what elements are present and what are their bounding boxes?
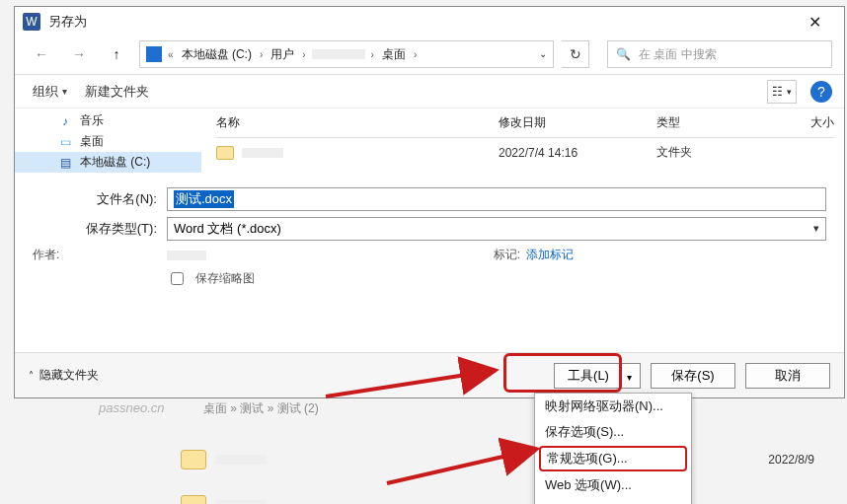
bc-disk[interactable]: 本地磁盘 (C:) (180, 46, 254, 63)
bg-list-item[interactable]: 2022/8/9 (181, 448, 832, 471)
author-redacted (167, 251, 206, 260)
search-input[interactable]: 🔍 在 桌面 中搜索 (607, 40, 832, 68)
dialog-footer: ˄ 隐藏文件夹 工具(L)▾ 保存(S) 取消 (15, 352, 844, 397)
chevron-right-icon: › (367, 49, 378, 60)
menu-map-drive[interactable]: 映射网络驱动器(N)... (535, 394, 691, 419)
tag-label: 标记: (494, 247, 520, 263)
row-date: 2022/7/4 14:16 (499, 146, 656, 160)
author-label: 作者: (33, 247, 157, 263)
organize-button[interactable]: 组织▾ (27, 78, 73, 106)
folder-icon (216, 146, 234, 160)
close-icon[interactable]: ✕ (793, 7, 836, 36)
chevron-right-icon: › (298, 49, 309, 60)
tree-local-disk[interactable]: ▤ 本地磁盘 (C:) (15, 152, 201, 173)
breadcrumb[interactable]: « 本地磁盘 (C:) › 用户 › › 桌面 › ⌄ (139, 40, 554, 68)
drive-icon (146, 46, 162, 62)
titlebar: W 另存为 ✕ (15, 7, 844, 36)
chevron-down-icon: ▾ (627, 372, 632, 383)
bg-folder-name-redacted (216, 455, 266, 465)
chevron-up-icon: ˄ (29, 370, 34, 381)
column-headers[interactable]: 名称 修改日期 类型 大小 (216, 108, 834, 138)
word-icon: W (23, 13, 40, 31)
filename-label: 文件名(N): (33, 190, 157, 208)
folder-name-redacted (242, 148, 283, 158)
back-icon[interactable]: ← (27, 40, 56, 68)
disk-icon: ▤ (58, 156, 72, 170)
save-as-dialog: W 另存为 ✕ ← → ↑ « 本地磁盘 (C:) › 用户 › › 桌面 › … (14, 6, 845, 398)
bg-list-item[interactable] (181, 493, 832, 504)
up-icon[interactable]: ↑ (102, 40, 131, 68)
save-thumb-checkbox[interactable]: 保存缩略图 (167, 269, 255, 288)
col-type[interactable]: 类型 (656, 114, 785, 131)
search-icon: 🔍 (616, 47, 631, 61)
bc-user[interactable]: 用户 (269, 46, 296, 63)
col-name[interactable]: 名称 (216, 114, 499, 131)
bg-folder-name-redacted (216, 500, 266, 504)
hide-folders-toggle[interactable]: ˄ 隐藏文件夹 (29, 367, 99, 384)
chevron-right-icon: › (256, 49, 267, 60)
savetype-label: 保存类型(T): (33, 220, 157, 238)
new-folder-button[interactable]: 新建文件夹 (79, 78, 155, 106)
savetype-value: Word 文档 (*.docx) (174, 220, 281, 238)
dialog-body: ♪ 音乐 ▭ 桌面 ▤ 本地磁盘 (C:) 名称 修改日期 类型 大小 (15, 108, 844, 178)
savetype-select[interactable]: Word 文档 (*.docx) (167, 217, 826, 241)
tools-button[interactable]: 工具(L)▾ (554, 363, 641, 389)
filename-input[interactable]: 测试.docx (167, 187, 826, 211)
bc-username-redacted (312, 49, 365, 59)
watermark-text: passneo.cn (99, 400, 165, 415)
forward-icon: → (64, 40, 94, 68)
bc-desktop[interactable]: 桌面 (380, 46, 408, 63)
menu-save-options[interactable]: 保存选项(S)... (535, 419, 691, 445)
folder-icon (181, 495, 206, 504)
chevron-right-icon: « (164, 49, 178, 60)
folder-icon (181, 450, 206, 469)
nav-row: ← → ↑ « 本地磁盘 (C:) › 用户 › › 桌面 › ⌄ ↻ 🔍 在 … (15, 36, 844, 75)
bg-breadcrumb: 桌面 » 测试 » 测试 (2) (203, 400, 319, 417)
tree-desktop[interactable]: ▭ 桌面 (15, 131, 201, 152)
chevron-right-icon: › (410, 49, 421, 60)
thumb-checkbox[interactable] (171, 272, 184, 285)
add-tag-link[interactable]: 添加标记 (526, 247, 574, 263)
toolbar: 组织▾ 新建文件夹 ☷ ▾ ? (15, 75, 844, 108)
row-type: 文件夹 (656, 144, 785, 161)
col-date[interactable]: 修改日期 (499, 114, 656, 131)
fields: 文件名(N): 测试.docx 保存类型(T): Word 文档 (*.docx… (15, 178, 844, 288)
save-button[interactable]: 保存(S) (651, 363, 735, 389)
filename-value: 测试.docx (174, 190, 234, 208)
desktop-icon: ▭ (58, 135, 72, 149)
chevron-down-icon: ▾ (62, 86, 67, 97)
col-size[interactable]: 大小 (785, 114, 834, 131)
search-placeholder: 在 桌面 中搜索 (639, 46, 717, 63)
help-icon[interactable]: ? (810, 81, 832, 103)
refresh-icon[interactable]: ↻ (562, 40, 589, 68)
list-item[interactable]: 2022/7/4 14:16 文件夹 (216, 138, 834, 167)
dialog-title: 另存为 (48, 13, 87, 31)
bg-row-date: 2022/8/9 (768, 453, 814, 467)
music-icon: ♪ (58, 114, 72, 128)
cancel-button[interactable]: 取消 (745, 363, 830, 389)
chevron-down-icon[interactable]: ⌄ (539, 48, 547, 59)
file-list: 名称 修改日期 类型 大小 2022/7/4 14:16 文件夹 (202, 108, 844, 178)
nav-tree: ♪ 音乐 ▭ 桌面 ▤ 本地磁盘 (C:) (15, 108, 202, 178)
tree-music[interactable]: ♪ 音乐 (15, 110, 201, 131)
view-button[interactable]: ☷ ▾ (767, 80, 797, 104)
